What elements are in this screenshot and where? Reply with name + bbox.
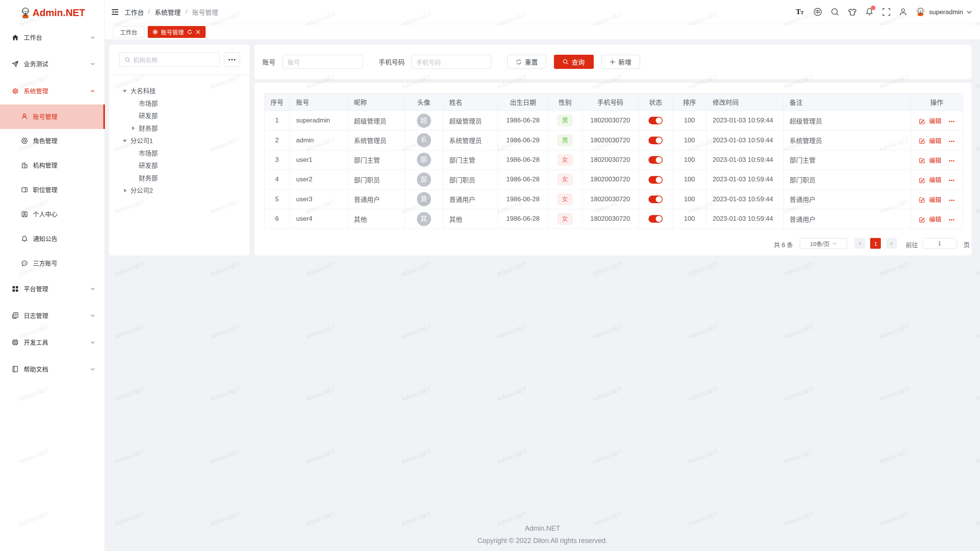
- svg-text:T: T: [800, 10, 804, 15]
- svg-text:中: 中: [815, 9, 820, 15]
